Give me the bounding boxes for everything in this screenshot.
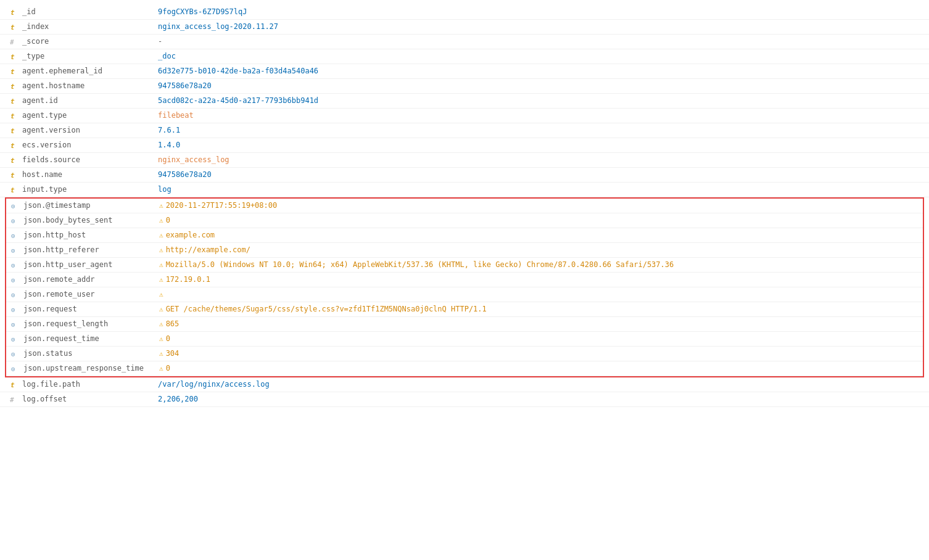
field-value: ⚠http://example.com/: [159, 245, 918, 254]
field-value: -: [158, 37, 919, 46]
field-name: json.@timestamp: [23, 201, 159, 210]
field-value: 7.6.1: [158, 126, 919, 134]
clock-icon: ⊙: [11, 232, 15, 240]
number-icon: #: [10, 396, 14, 404]
clock-icon: ⊙: [11, 217, 15, 225]
clock-icon: ⊙: [11, 291, 15, 299]
table-row: tagent.ephemeral_id6d32e775-b010-42de-ba…: [0, 64, 929, 79]
field-name: agent.ephemeral_id: [22, 67, 158, 75]
type-icon: t: [10, 23, 14, 31]
field-name: input.type: [22, 185, 158, 194]
warning-icon: ⚠: [159, 276, 163, 284]
field-value: 9fogCXYBs-6Z7D9S7lqJ: [158, 7, 919, 16]
warning-icon: ⚠: [159, 216, 163, 224]
table-row: ⊙json.@timestamp⚠2020-11-27T17:55:19+08:…: [6, 199, 923, 213]
field-name: json.http_user_agent: [23, 260, 159, 269]
warning-icon: ⚠: [159, 335, 163, 343]
field-name: json.request_time: [23, 334, 159, 343]
table-row: ⊙json.http_host⚠example.com: [6, 228, 923, 243]
field-value: ⚠172.19.0.1: [159, 275, 918, 284]
icon-cell: ⊙: [11, 334, 23, 344]
field-name: _score: [22, 37, 158, 46]
field-name: json.remote_user: [23, 290, 159, 299]
table-row: tagent.id5acd082c-a22a-45d0-a217-7793b6b…: [0, 94, 929, 109]
field-name: _id: [22, 7, 158, 16]
icon-cell: #: [10, 37, 22, 46]
field-name: json.http_referer: [23, 245, 159, 254]
field-name: log.offset: [22, 395, 158, 403]
field-name: agent.hostname: [22, 81, 158, 90]
icon-cell: ⊙: [11, 305, 23, 314]
icon-cell: t: [10, 126, 22, 135]
field-value: 947586e78a20: [158, 170, 919, 179]
field-value: ⚠304: [159, 349, 918, 358]
type-icon: t: [10, 186, 14, 194]
field-name: json.status: [23, 349, 159, 358]
clock-icon: ⊙: [11, 336, 15, 344]
icon-cell: t: [10, 67, 22, 76]
field-name: agent.id: [22, 96, 158, 105]
highlighted-section: ⊙json.@timestamp⚠2020-11-27T17:55:19+08:…: [5, 197, 924, 377]
table-row: ⊙json.request_time⚠0: [6, 332, 923, 347]
icon-cell: t: [10, 141, 22, 150]
field-value: 2,206,200: [158, 395, 919, 403]
table-row: t_indexnginx_access_log-2020.11.27: [0, 20, 929, 35]
table-row: ⊙json.remote_user⚠: [6, 287, 923, 302]
icon-cell: ⊙: [11, 231, 23, 240]
icon-cell: t: [10, 185, 22, 194]
bottom-fields-section: tlog.file.path/var/log/nginx/access.log#…: [0, 377, 929, 407]
icon-cell: t: [10, 380, 22, 389]
field-value: 947586e78a20: [158, 81, 919, 90]
clock-icon: ⊙: [11, 350, 15, 358]
table-row: thost.name947586e78a20: [0, 168, 929, 183]
icon-cell: t: [10, 7, 22, 17]
field-value: filebeat: [158, 111, 919, 120]
field-value: log: [158, 185, 919, 194]
warning-icon: ⚠: [159, 364, 163, 373]
field-value: ⚠0: [159, 334, 918, 343]
warning-icon: ⚠: [159, 320, 163, 328]
warning-icon: ⚠: [159, 231, 163, 239]
type-icon: t: [10, 53, 14, 61]
icon-cell: ⊙: [11, 260, 23, 270]
table-row: tfields.sourcenginx_access_log: [0, 153, 929, 168]
table-row: tagent.version7.6.1: [0, 123, 929, 138]
field-value: 1.4.0: [158, 141, 919, 149]
clock-icon: ⊙: [11, 365, 15, 373]
clock-icon: ⊙: [11, 261, 15, 270]
icon-cell: ⊙: [11, 216, 23, 225]
field-name: json.request_length: [23, 319, 159, 328]
type-icon: t: [10, 68, 14, 76]
table-row: tagent.typefilebeat: [0, 109, 929, 123]
field-name: agent.type: [22, 111, 158, 120]
field-name: json.http_host: [23, 231, 159, 239]
icon-cell: t: [10, 81, 22, 91]
icon-cell: t: [10, 96, 22, 105]
type-icon: t: [10, 127, 14, 135]
table-row: ⊙json.http_referer⚠http://example.com/: [6, 243, 923, 258]
type-icon: t: [10, 112, 14, 120]
type-icon: t: [10, 9, 14, 17]
field-value: _doc: [158, 52, 919, 60]
table-row: ⊙json.remote_addr⚠172.19.0.1: [6, 273, 923, 287]
icon-cell: ⊙: [11, 349, 23, 358]
table-row: tinput.typelog: [0, 183, 929, 197]
field-value: nginx_access_log-2020.11.27: [158, 22, 919, 31]
field-name: json.body_bytes_sent: [23, 216, 159, 224]
field-value: ⚠example.com: [159, 231, 918, 239]
table-row: t_type_doc: [0, 49, 929, 64]
icon-cell: ⊙: [11, 290, 23, 299]
field-name: fields.source: [22, 155, 158, 164]
warning-icon: ⚠: [159, 202, 163, 210]
table-row: #_score-: [0, 35, 929, 49]
warning-icon: ⚠: [159, 246, 163, 254]
table-row: t_id9fogCXYBs-6Z7D9S7lqJ: [0, 5, 929, 20]
field-name: ecs.version: [22, 141, 158, 149]
field-value: 5acd082c-a22a-45d0-a217-7793b6bb941d: [158, 96, 919, 105]
field-name: json.request: [23, 305, 159, 313]
warning-icon: ⚠: [159, 290, 163, 299]
field-name: _index: [22, 22, 158, 31]
warning-icon: ⚠: [159, 350, 163, 358]
field-name: agent.version: [22, 126, 158, 134]
table-row: ⊙json.request_length⚠865: [6, 317, 923, 332]
